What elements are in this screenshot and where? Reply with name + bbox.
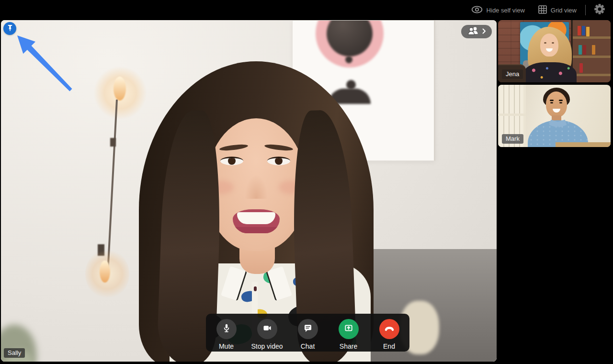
- book: [583, 45, 586, 55]
- participant-name-tag: Mark: [502, 134, 523, 144]
- smile: [233, 209, 280, 233]
- chat-bubble-icon: [303, 323, 313, 335]
- participant-name-tag: Jena: [502, 69, 523, 79]
- eyebrow: [219, 143, 249, 151]
- pin-icon: [6, 24, 14, 34]
- art-dot: [345, 56, 352, 63]
- book: [578, 26, 581, 35]
- eyebrow: [264, 143, 294, 151]
- chat-button[interactable]: Chat: [287, 319, 328, 350]
- eye-icon: [471, 6, 483, 15]
- top-bar: Hide self view Grid view: [0, 0, 613, 20]
- gear-icon: [594, 4, 605, 16]
- shirt-collar: [557, 120, 567, 128]
- eye: [552, 42, 554, 44]
- bookshelf: [571, 20, 611, 82]
- smile: [553, 109, 560, 113]
- speaker-face: [206, 118, 306, 251]
- people-icon: [467, 26, 479, 37]
- pupil: [228, 157, 236, 165]
- settings-button[interactable]: [594, 4, 605, 16]
- lamp-bulb: [100, 261, 110, 283]
- grid-view-label: Grid view: [551, 7, 577, 14]
- share-screen-icon: [343, 323, 354, 335]
- art-dot: [346, 80, 356, 90]
- nose: [243, 172, 269, 199]
- desk: [556, 142, 611, 147]
- eye: [220, 157, 243, 165]
- grid-icon: [538, 5, 547, 15]
- pupil: [275, 157, 283, 165]
- shirt-button: [254, 286, 257, 291]
- end-call-icon: [384, 323, 395, 335]
- shelf: [573, 74, 611, 76]
- book: [592, 45, 595, 55]
- teeth: [237, 212, 275, 224]
- participants-panel-toggle[interactable]: [461, 25, 492, 38]
- eye: [267, 157, 290, 165]
- microphone-icon: [221, 323, 232, 335]
- book: [579, 45, 582, 55]
- share-label: Share: [340, 342, 357, 350]
- window-rail: [498, 114, 526, 116]
- main-video-stage: Sally: [1, 20, 497, 362]
- video-camera-icon: [262, 323, 272, 335]
- lamp-joint: [110, 138, 116, 147]
- call-control-bar: Mute Stop video: [206, 314, 409, 352]
- book: [579, 63, 583, 73]
- eye: [559, 102, 562, 103]
- pin-button[interactable]: [3, 22, 16, 35]
- share-button[interactable]: Share: [328, 319, 369, 350]
- hide-self-view-button[interactable]: Hide self view: [471, 6, 525, 15]
- lower-lip: [233, 227, 280, 233]
- stop-video-label: Stop video: [251, 342, 283, 350]
- participant-thumbnail-jena[interactable]: Jena: [498, 20, 611, 82]
- mute-button[interactable]: Mute: [206, 319, 247, 350]
- book: [582, 26, 585, 35]
- grid-view-button[interactable]: Grid view: [538, 5, 577, 15]
- end-call-button[interactable]: End: [369, 319, 409, 350]
- eye: [544, 42, 546, 44]
- lamp-bulb: [114, 77, 126, 101]
- participant-face: [540, 34, 558, 57]
- eye: [550, 102, 553, 103]
- shelf: [573, 36, 611, 39]
- hide-self-view-label: Hide self view: [487, 7, 525, 14]
- shelf: [573, 56, 611, 58]
- stop-video-button[interactable]: Stop video: [247, 319, 287, 350]
- smile: [546, 48, 553, 52]
- participant-thumbnail-mark[interactable]: Mark: [498, 85, 611, 147]
- chevron-right-icon: [482, 27, 486, 36]
- participant-torso: [523, 62, 577, 82]
- video-call-app: Hide self view Grid view: [0, 0, 613, 364]
- active-speaker-name-tag: Sally: [4, 348, 25, 358]
- book: [586, 27, 590, 36]
- participant-face: [546, 91, 567, 117]
- eyebrow: [559, 100, 563, 101]
- mute-label: Mute: [219, 342, 234, 350]
- eyebrow: [550, 100, 554, 101]
- topbar-divider: [585, 5, 586, 15]
- end-label: End: [383, 342, 395, 350]
- chat-label: Chat: [301, 342, 315, 350]
